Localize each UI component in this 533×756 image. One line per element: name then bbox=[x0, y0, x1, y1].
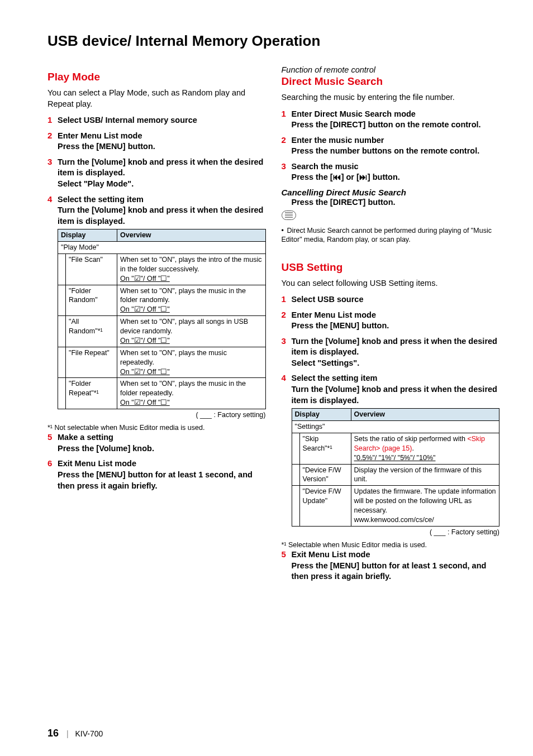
page-footer: 16 | KIV-700 bbox=[47, 728, 103, 739]
intro-text: You can select following USB Setting ite… bbox=[282, 278, 500, 289]
overview-cell: Sets the ratio of skip performed with <S… bbox=[351, 433, 499, 464]
usb-steps: Select USB source Enter Menu List mode P… bbox=[282, 294, 500, 536]
function-remote-label: Function of remote control bbox=[282, 65, 500, 74]
display-cell: "Skip Search"*¹ bbox=[299, 433, 351, 464]
display-cell: "Device F/W Version" bbox=[299, 464, 351, 486]
step-sub: Press the [Volume] knob. bbox=[58, 443, 266, 454]
footnote: *¹ Not selectable when Music Editor medi… bbox=[47, 423, 266, 432]
overview-cell: When set to "ON", plays the music in the… bbox=[117, 285, 266, 316]
table-row: "Device F/W Version" Display the version… bbox=[292, 464, 499, 486]
remote-icon bbox=[282, 210, 296, 220]
step-sub: Press the [⏮] or [⏭] button. bbox=[292, 172, 500, 183]
page-number: 16 bbox=[47, 728, 59, 739]
step-sub: Press the [MENU] button. bbox=[292, 320, 500, 332]
display-cell: "All Random"*¹ bbox=[66, 316, 117, 347]
table-row: "Folder Random" When set to "ON", plays … bbox=[58, 285, 266, 316]
step-sub: Press the [MENU] button for at least 1 s… bbox=[58, 470, 266, 491]
indent-cell bbox=[58, 253, 66, 285]
display-cell: "File Scan" bbox=[66, 253, 117, 285]
step-sub: Press the [MENU] button for at least 1 s… bbox=[292, 561, 500, 582]
usb-setting-table: Display Overview "Settings" "Skip Search… bbox=[292, 408, 500, 527]
table-row: "File Scan" When set to "ON", plays the … bbox=[58, 253, 266, 285]
th-overview: Overview bbox=[351, 409, 499, 421]
intro-text: You can select a Play Mode, such as Rand… bbox=[47, 88, 266, 109]
step-title: Make a setting bbox=[58, 432, 266, 443]
display-cell: "File Repeat" bbox=[66, 347, 117, 378]
indent-cell bbox=[292, 464, 299, 486]
overview-cell: When set to "ON", plays the music in the… bbox=[117, 378, 266, 409]
factory-legend: ( ___ : Factory setting) bbox=[292, 528, 500, 536]
table-row: "Folder Repeat"*¹ When set to "ON", play… bbox=[58, 378, 266, 409]
step-title: Select the setting item bbox=[58, 194, 266, 205]
indent-cell bbox=[58, 347, 66, 378]
step-title: Enter Menu List mode bbox=[58, 131, 266, 142]
dms-steps: Enter Direct Music Search mode Press the… bbox=[282, 109, 500, 183]
step-sub: Turn the [Volume] knob and press it when… bbox=[58, 205, 266, 227]
th-overview: Overview bbox=[117, 229, 266, 242]
table-group-row: "Settings" bbox=[292, 421, 499, 433]
step-title: Select USB/ Internal memory source bbox=[58, 115, 266, 126]
table-row: "Device F/W Update" Updates the firmware… bbox=[292, 486, 499, 527]
indent-cell bbox=[58, 316, 66, 347]
table-row: "File Repeat" When set to "ON", plays th… bbox=[58, 347, 266, 378]
step-sub: Press the [DIRECT] button on the remote … bbox=[292, 119, 500, 131]
table-group-row: "Play Mode" bbox=[58, 242, 266, 254]
step-title: Exit Menu List mode bbox=[58, 458, 266, 470]
model-label: KIV-700 bbox=[75, 729, 103, 738]
note: •Direct Music Search cannot be performed… bbox=[282, 226, 500, 245]
step-title: Turn the [Volume] knob and press it when… bbox=[292, 336, 500, 358]
overview-cell: Display the version of the firmware of t… bbox=[351, 464, 499, 486]
overview-cell: When set to "ON", plays the music repeat… bbox=[117, 347, 266, 378]
overview-cell: When set to "ON", plays all songs in USB… bbox=[117, 316, 266, 347]
play-mode-steps-2: Make a setting Press the [Volume] knob. … bbox=[47, 432, 266, 491]
play-mode-steps: Select USB/ Internal memory source Enter… bbox=[47, 115, 266, 419]
heading-play-mode: Play Mode bbox=[47, 71, 266, 83]
display-cell: "Folder Repeat"*¹ bbox=[66, 378, 117, 409]
step-title: Enter Direct Music Search mode bbox=[292, 109, 500, 120]
table-row: "All Random"*¹ When set to "ON", plays a… bbox=[58, 316, 266, 347]
table-row: "Skip Search"*¹ Sets the ratio of skip p… bbox=[292, 433, 499, 464]
step-title: Enter Menu List mode bbox=[292, 310, 500, 321]
factory-legend: ( ___ : Factory setting) bbox=[58, 411, 266, 419]
step-sub: Select "Settings". bbox=[292, 358, 500, 369]
display-cell: "Device F/W Update" bbox=[299, 486, 351, 527]
play-mode-table: Display Overview "Play Mode" "File Scan" bbox=[58, 229, 266, 409]
heading-usb-setting: USB Setting bbox=[282, 261, 500, 274]
th-display: Display bbox=[58, 229, 117, 242]
step-sub: Press the [MENU] button. bbox=[58, 141, 266, 152]
step-title: Search the music bbox=[292, 161, 500, 173]
cancel-body: Press the [DIRECT] button. bbox=[282, 197, 500, 208]
indent-cell bbox=[292, 433, 299, 464]
cancel-heading: Cancelling Direct Music Search bbox=[282, 188, 500, 197]
step-title: Exit Menu List mode bbox=[292, 549, 500, 561]
th-display: Display bbox=[292, 409, 351, 421]
group-cell: "Play Mode" bbox=[58, 242, 266, 254]
overview-cell: Updates the firmware. The update informa… bbox=[351, 486, 499, 527]
overview-cell: When set to "ON", plays the intro of the… bbox=[117, 253, 266, 285]
indent-cell bbox=[292, 486, 299, 527]
step-sub: Press the number buttons on the remote c… bbox=[292, 146, 500, 157]
group-cell: "Settings" bbox=[292, 421, 499, 433]
step-title: Turn the [Volume] knob and press it when… bbox=[58, 157, 266, 179]
step-title: Select the setting item bbox=[292, 373, 500, 384]
display-cell: "Folder Random" bbox=[66, 285, 117, 316]
footer-separator: | bbox=[66, 729, 69, 738]
step-title: Select USB source bbox=[292, 294, 500, 305]
step-sub: Turn the [Volume] knob and press it when… bbox=[292, 384, 500, 406]
heading-direct-music-search: Direct Music Search bbox=[282, 75, 500, 88]
intro-text: Searching the music by entering the file… bbox=[282, 92, 500, 103]
indent-cell bbox=[58, 285, 66, 316]
step-sub: Select "Play Mode". bbox=[58, 179, 266, 190]
step-title: Enter the music number bbox=[292, 135, 500, 146]
page-title: USB device/ Internal Memory Operation bbox=[47, 32, 499, 50]
usb-steps-2: Exit Menu List mode Press the [MENU] but… bbox=[282, 549, 500, 582]
footnote: *¹ Selectable when Music Editor media is… bbox=[282, 540, 500, 549]
indent-cell bbox=[58, 378, 66, 409]
